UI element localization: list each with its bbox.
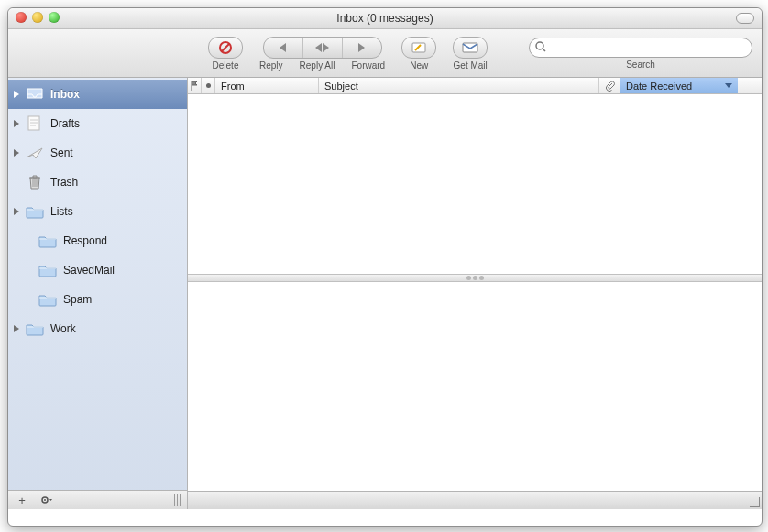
delete-label: Delete (213, 60, 239, 71)
sidebar-item-inbox[interactable]: Inbox (8, 80, 187, 109)
reply-all-label: Reply All (300, 60, 335, 71)
sidebar-item-label: Lists (50, 205, 73, 218)
sidebar-item-label: Trash (50, 176, 78, 189)
pane-splitter[interactable] (188, 275, 762, 282)
toolbar: Delete Reply Reply All Forward New (8, 29, 762, 78)
sidebar-item-label: SavedMail (63, 264, 115, 277)
disclosure-triangle-icon[interactable] (14, 120, 19, 127)
col-from[interactable]: From (215, 78, 319, 93)
col-flag[interactable] (188, 78, 202, 93)
disclosure-triangle-icon[interactable] (14, 91, 19, 98)
folder-icon (38, 233, 58, 249)
body: InboxDraftsSentTrashListsRespondSavedMai… (8, 78, 762, 509)
folder-icon (25, 203, 45, 220)
action-gear-button[interactable] (38, 494, 54, 506)
sidebar-item-label: Inbox (50, 88, 80, 101)
flag-icon (191, 81, 199, 91)
svg-point-4 (536, 42, 543, 49)
message-list[interactable] (188, 94, 762, 275)
statusbar (188, 491, 762, 509)
folder-icon (38, 262, 58, 278)
svg-line-5 (543, 49, 545, 51)
sidebar: InboxDraftsSentTrashListsRespondSavedMai… (8, 78, 188, 509)
sidebar-item-label: Spam (63, 293, 92, 306)
disclosure-triangle-icon[interactable] (14, 208, 19, 215)
col-date-received[interactable]: Date Received (620, 78, 738, 93)
reply-label: Reply (259, 60, 283, 71)
mailbox-icon (462, 41, 478, 54)
col-scroll-spacer (738, 78, 762, 93)
splitter-dots-icon (473, 276, 477, 280)
sidebar-item-trash[interactable]: Trash (8, 168, 187, 197)
svg-point-14 (44, 499, 46, 501)
search-label: Search (626, 60, 655, 70)
col-date-label: Date Received (626, 81, 692, 92)
svg-point-15 (206, 83, 211, 88)
paperclip-icon (605, 81, 615, 92)
sidebar-item-label: Work (50, 322, 76, 335)
resize-grip-icon[interactable] (749, 496, 760, 507)
mailbox-list: InboxDraftsSentTrashListsRespondSavedMai… (8, 78, 187, 490)
add-mailbox-button[interactable]: + (14, 494, 30, 506)
reply-segment (263, 37, 382, 59)
sidebar-item-work[interactable]: Work (8, 314, 187, 343)
folder-icon (38, 291, 58, 308)
disclosure-triangle-icon[interactable] (14, 149, 19, 157)
svg-line-1 (222, 44, 229, 51)
inbox-icon (25, 86, 45, 103)
new-group: New (401, 37, 436, 71)
col-subject[interactable]: Subject (319, 78, 599, 93)
sidebar-item-savedmail[interactable]: SavedMail (8, 255, 187, 285)
sidebar-item-label: Sent (50, 147, 73, 159)
mail-window: Inbox (0 messages) Delete Reply Reply Al… (7, 7, 763, 527)
minimize-icon[interactable] (32, 12, 43, 23)
reply-all-button[interactable] (303, 38, 343, 58)
sidebar-item-lists[interactable]: Lists (8, 197, 187, 226)
delete-button[interactable] (208, 37, 243, 59)
sidebar-resize-grip[interactable] (174, 494, 181, 506)
sidebar-item-respond[interactable]: Respond (8, 226, 187, 255)
forward-button[interactable] (343, 38, 381, 58)
col-status[interactable] (202, 78, 215, 93)
drafts-icon (25, 115, 45, 132)
new-label: New (410, 60, 428, 71)
search-group: Search (529, 38, 752, 70)
forward-arrow-icon (358, 43, 365, 52)
new-button[interactable] (401, 37, 436, 59)
reply-button[interactable] (264, 38, 303, 58)
get-mail-group: Get Mail (453, 37, 488, 71)
sent-icon (25, 145, 45, 161)
sidebar-item-label: Drafts (50, 117, 80, 130)
search-input[interactable] (529, 38, 752, 58)
window-title: Inbox (0 messages) (8, 12, 762, 25)
main-panel: From Subject Date Received (188, 78, 762, 509)
get-mail-button[interactable] (453, 37, 488, 59)
sidebar-item-drafts[interactable]: Drafts (8, 109, 187, 138)
disclosure-triangle-icon[interactable] (14, 325, 19, 332)
trash-icon (25, 174, 45, 190)
sidebar-item-spam[interactable]: Spam (8, 285, 187, 314)
sidebar-item-sent[interactable]: Sent (8, 138, 187, 168)
sort-desc-icon (725, 83, 732, 88)
zoom-icon[interactable] (49, 12, 60, 23)
status-dot-icon (205, 82, 212, 89)
close-icon[interactable] (16, 12, 27, 23)
no-entry-icon (218, 40, 233, 55)
column-headers: From Subject Date Received (188, 78, 762, 94)
get-mail-label: Get Mail (454, 60, 488, 71)
reply-group: Reply Reply All Forward (259, 37, 385, 71)
gear-icon (39, 494, 52, 506)
sidebar-item-label: Respond (63, 234, 107, 247)
col-attachment[interactable] (599, 78, 620, 93)
titlebar[interactable]: Inbox (0 messages) (8, 8, 762, 29)
toolbar-pill-icon[interactable] (736, 13, 754, 24)
compose-icon (411, 41, 426, 54)
window-controls (16, 12, 60, 23)
reply-all-arrow-icon (315, 43, 329, 52)
delete-group: Delete (208, 37, 243, 71)
svg-rect-3 (463, 43, 477, 52)
search-icon (535, 41, 546, 52)
forward-label: Forward (351, 60, 385, 71)
preview-pane (188, 282, 762, 491)
reply-arrow-icon (280, 43, 286, 52)
